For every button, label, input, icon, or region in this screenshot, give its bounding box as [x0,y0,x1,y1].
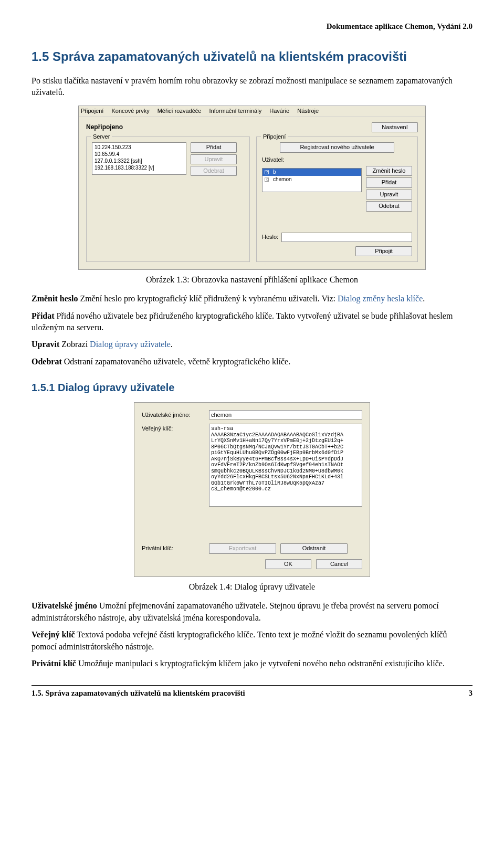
figure-caption: Obrázek 1.4: Dialog úpravy uživatele [32,581,472,593]
register-user-button[interactable]: Registrovat nového uživatele [280,142,394,152]
user-name: chemon [273,176,292,183]
text: Změní heslo pro kryptografický klíč přid… [80,294,338,303]
pubkey-label: Veřejný klíč: [142,424,205,433]
screenshot-edit-user-dialog: Uživatelské jméno: Veřejný klíč: ssh-rsa… [134,402,370,577]
connection-status: Nepřipojeno [86,123,123,132]
def-term: Veřejný klíč [32,630,75,639]
text: . [171,340,173,349]
menu-item[interactable]: Měřicí rozvaděče [158,108,202,114]
def-term: Odebrat [32,357,62,366]
doc-header: Dokumentace aplikace Chemon, Vydání 2.0 [32,21,472,32]
def-term: Upravit [32,340,59,349]
ok-button[interactable]: OK [265,559,311,569]
server-edit-button[interactable]: Upravit [191,154,237,164]
intro-paragraph: Po stisku tlačítka nastavení v pravém ho… [32,75,472,99]
def-body: Odstraní zapamatovaného uživatele, včetn… [64,357,290,366]
def-body: Přidá nového uživatele bez přidruženého … [32,311,453,332]
user-row-selected[interactable]: ⚿ b [262,169,361,176]
change-password-button[interactable]: Změnit heslo [366,166,412,176]
def-body: Zobrazí Dialog úpravy uživatele. [61,340,172,349]
subsection-title: 1.5.1 Dialog úpravy uživatele [32,380,472,395]
text: Zobrazí [61,340,90,349]
privkey-label: Privátní klíč: [142,544,205,552]
key-icon: ⚿ [265,170,270,175]
settings-button[interactable]: Nastavení [372,122,418,132]
user-name: b [273,169,276,176]
def-term: Přidat [32,311,55,320]
password-input[interactable] [281,233,412,242]
menu-item[interactable]: Havárie [269,108,289,114]
server-item[interactable]: 10.224.150.223 [94,144,184,151]
section-number: 1.5 [32,49,49,64]
connection-legend: Připojení [261,133,288,141]
section-heading: Správa zapamatovaných uživatelů na klien… [52,49,407,64]
export-button[interactable]: Exportovat [209,543,276,553]
link-change-password-dialog[interactable]: Dialog změny hesla klíče [338,294,423,303]
link-edit-user-dialog[interactable]: Dialog úpravy uživatele [90,340,171,349]
pubkey-textarea[interactable]: ssh-rsa AAAAB3NzaC1yc2EAAAADAQABAAABAQCo… [209,424,362,507]
username-input[interactable] [209,410,362,419]
text: . [423,294,425,303]
cancel-button[interactable]: Cancel [316,559,362,569]
def-term: Privátní klíč [32,659,76,668]
subsection-heading: Dialog úpravy uživatele [58,382,174,393]
def-body: Umožňuje manipulaci s kryptografickým kl… [78,659,445,668]
user-edit-button[interactable]: Upravit [366,190,412,200]
screenshot-settings: Připojení Koncové prvky Měřicí rozvaděče… [78,106,426,270]
user-add-button[interactable]: Přidat [366,177,412,187]
menu-item[interactable]: Koncové prvky [111,108,149,114]
server-legend: Server [91,133,112,141]
def-body: Textová podoba veřejné části kryptografi… [32,630,447,650]
footer-rule [32,685,472,686]
def-body: Změní heslo pro kryptografický klíč přid… [80,294,425,303]
password-label: Heslo: [262,233,278,241]
server-add-button[interactable]: Přidat [191,142,237,152]
user-remove-button[interactable]: Odebrat [366,201,412,211]
server-item[interactable]: 10.65.99.4 [94,151,184,158]
def-term: Změnit heslo [32,294,78,303]
username-label: Uživatelské jméno: [142,410,205,419]
key-icon: ⚿ [265,177,270,182]
server-item[interactable]: 192.168.183.188:3322 [v] [94,164,184,171]
user-list[interactable]: ⚿ b ⚿ chemon [262,168,362,192]
footer-left: 1.5. Správa zapamatovaných uživatelů na … [32,688,245,699]
section-title: 1.5 Správa zapamatovaných uživatelů na k… [32,48,472,66]
menu-item[interactable]: Nástroje [297,108,319,114]
def-term: Uživatelské jméno [32,601,97,610]
page-number: 3 [469,688,473,699]
server-item[interactable]: 127.0.0.1:3322 [ssh] [94,158,184,164]
server-list[interactable]: 10.224.150.223 10.65.99.4 127.0.0.1:3322… [92,142,186,175]
menu-item[interactable]: Informační terminály [209,108,262,114]
server-remove-button[interactable]: Odebrat [191,166,237,176]
connect-button[interactable]: Připojit [355,246,412,256]
menubar: Připojení Koncové prvky Měřicí rozvaděče… [79,106,425,117]
menu-item[interactable]: Připojení [81,108,103,114]
subsection-number: 1.5.1 [32,382,55,393]
figure-caption: Obrázek 1.3: Obrazovka nastavení přihláš… [32,274,472,286]
delete-key-button[interactable]: Odstranit [280,543,348,553]
user-row[interactable]: ⚿ chemon [262,176,361,183]
user-label: Uživatel: [262,156,412,164]
